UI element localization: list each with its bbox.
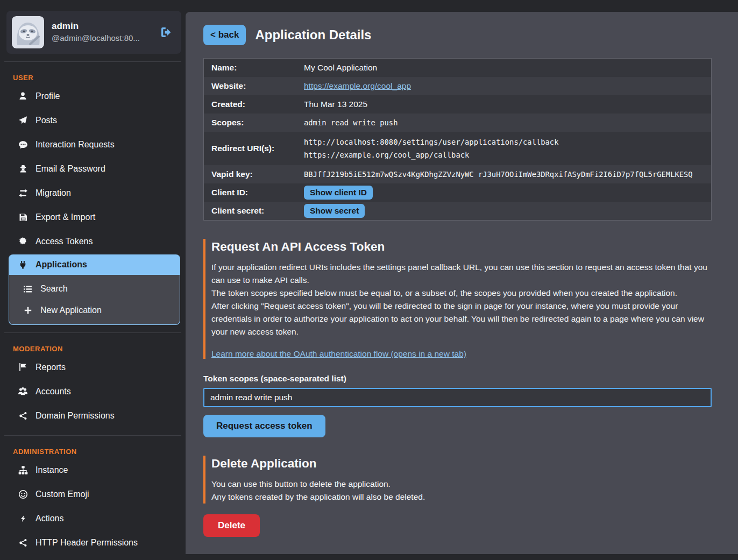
divider <box>4 332 181 333</box>
certificate-icon <box>18 237 28 246</box>
request-token-heading: Request An API Access Token <box>211 239 712 254</box>
sidebar-item-label: Reports <box>36 363 66 372</box>
comment-dots-icon <box>18 140 28 150</box>
scopes-value: admin read write push <box>304 118 704 127</box>
sign-out-icon[interactable] <box>160 26 176 39</box>
display-name: admin <box>52 20 140 33</box>
sidebar-item-custom-emoji[interactable]: Custom Emoji <box>0 482 186 506</box>
sidebar-item-label: Accounts <box>36 387 71 396</box>
sidebar-item-label: Export & Import <box>36 212 95 222</box>
flag-icon <box>18 363 28 372</box>
redirect-uris-value: http://localhost:8080/settings/user/appl… <box>304 132 704 165</box>
sidebar-item-instance[interactable]: Instance <box>0 458 186 482</box>
user-card-text: admin @admin@localhost:80... <box>52 20 140 44</box>
delete-application-intro: Delete Application You can use this butt… <box>203 456 712 504</box>
request-access-token-button[interactable]: Request access token <box>203 415 325 437</box>
sidebar-item-actions[interactable]: Actions <box>0 506 186 530</box>
table-row-redirect-uris: Redirect URI(s): http://localhost:8080/s… <box>204 132 711 165</box>
sidebar-item-profile[interactable]: Profile <box>0 84 186 108</box>
user-card[interactable]: admin @admin@localhost:80... <box>6 11 181 54</box>
token-paragraph: After clicking "Request access token", y… <box>211 300 712 338</box>
applications-group: Applications Search New Application <box>9 254 180 325</box>
details-table: Name: My Cool Application Website: https… <box>203 58 712 221</box>
sidebar-item-label: Access Tokens <box>36 237 93 246</box>
sidebar-item-accounts[interactable]: Accounts <box>0 379 186 403</box>
sidebar-item-label: Interaction Requests <box>36 140 115 150</box>
sidebar-item-posts[interactable]: Posts <box>0 108 186 132</box>
delete-application-heading: Delete Application <box>211 456 712 471</box>
section-heading-moderation: MODERATION <box>0 341 186 355</box>
sidebar-item-label: Search <box>40 284 68 294</box>
delete-application-section: Delete Application You can use this butt… <box>203 456 712 537</box>
sidebar-item-interaction-requests[interactable]: Interaction Requests <box>0 132 186 157</box>
sidebar-item-debug[interactable]: Debug <box>0 555 186 560</box>
applications-submenu: Search New Application <box>9 275 180 325</box>
share-nodes-icon <box>18 538 28 547</box>
vapid-key-value: BBJffJ219b5iE512m7wQSzv4KgKDhgZZVzNyWC_r… <box>304 170 704 179</box>
show-client-id-button[interactable]: Show client ID <box>304 186 373 200</box>
oauth-docs-link[interactable]: Learn more about the OAuth authenticatio… <box>211 349 466 359</box>
sidebar-item-migration[interactable]: Migration <box>0 181 186 205</box>
sidebar-item-new-application[interactable]: New Application <box>9 300 180 321</box>
sidebar-item-reports[interactable]: Reports <box>0 355 186 379</box>
token-paragraph: The token scopes specified below must be… <box>211 287 712 300</box>
sidebar-item-label: Applications <box>36 260 87 270</box>
avatar <box>12 16 44 48</box>
divider <box>4 435 181 436</box>
paper-plane-icon <box>18 116 28 125</box>
show-secret-button[interactable]: Show secret <box>304 204 365 218</box>
bolt-icon <box>18 514 28 523</box>
list-icon <box>23 285 33 294</box>
created-value: Thu Mar 13 2025 <box>304 100 704 109</box>
sidebar-item-applications-search[interactable]: Search <box>9 278 180 300</box>
sidebar-item-email-password[interactable]: Email & Password <box>0 157 186 181</box>
sidebar-item-label: Instance <box>36 465 68 475</box>
page-header: < back Application Details <box>203 25 715 45</box>
back-button[interactable]: < back <box>203 25 246 45</box>
app-name-value: My Cool Application <box>304 63 704 73</box>
token-scopes-label: Token scopes (space-separated list) <box>203 374 712 384</box>
table-row-client-id: Client ID: Show client ID <box>204 183 711 202</box>
sidebar-item-domain-permissions[interactable]: Domain Permissions <box>0 403 186 428</box>
floppy-disk-icon <box>18 213 28 222</box>
sitemap-icon <box>18 465 28 475</box>
sidebar-item-label: Domain Permissions <box>36 411 115 421</box>
table-row-client-secret: Client secret: Show secret <box>204 202 711 220</box>
table-row-website: Website: https://example.org/cool_app <box>204 77 711 95</box>
sidebar-item-label: Migration <box>36 188 71 198</box>
table-row-scopes: Scopes: admin read write push <box>204 114 711 132</box>
sidebar-item-http-header-permissions[interactable]: HTTP Header Permissions <box>0 530 186 555</box>
share-nodes-icon <box>18 412 28 420</box>
plug-icon <box>18 260 28 270</box>
sidebar-item-label: Actions <box>36 514 63 523</box>
smiley-icon <box>18 490 28 499</box>
divider <box>4 61 181 62</box>
main-area: < back Application Details Name: My Cool… <box>186 0 738 560</box>
sidebar: admin @admin@localhost:80... USER Profil… <box>0 0 186 560</box>
token-scopes-input[interactable] <box>203 388 712 407</box>
table-row-name: Name: My Cool Application <box>204 59 711 77</box>
delete-line: You can use this button to delete the ap… <box>211 478 712 491</box>
content-panel: < back Application Details Name: My Cool… <box>186 12 738 554</box>
sidebar-item-label: Profile <box>36 91 60 101</box>
delete-line: Any tokens created by the application wi… <box>211 491 712 504</box>
sidebar-item-label: New Application <box>40 306 102 315</box>
page-title: Application Details <box>255 27 371 42</box>
request-token-section: Request An API Access Token If your appl… <box>203 239 712 437</box>
sidebar-item-applications[interactable]: Applications <box>9 254 180 275</box>
settings-app: admin @admin@localhost:80... USER Profil… <box>0 0 738 560</box>
sidebar-item-label: Posts <box>36 116 57 125</box>
sidebar-item-export-import[interactable]: Export & Import <box>0 205 186 229</box>
section-heading-administration: ADMINISTRATION <box>0 443 186 458</box>
website-link[interactable]: https://example.org/cool_app <box>304 81 411 90</box>
user-secret-icon <box>18 165 28 173</box>
section-heading-user: USER <box>0 69 186 84</box>
exchange-arrows-icon <box>18 188 28 198</box>
sidebar-item-access-tokens[interactable]: Access Tokens <box>0 229 186 253</box>
delete-button[interactable]: Delete <box>203 514 260 537</box>
request-token-intro: Request An API Access Token If your appl… <box>203 239 712 359</box>
plus-icon <box>23 306 33 315</box>
table-row-vapid-key: Vapid key: BBJffJ219b5iE512m7wQSzv4KgKDh… <box>204 165 711 183</box>
users-icon <box>18 386 28 396</box>
sidebar-item-label: HTTP Header Permissions <box>36 538 138 548</box>
